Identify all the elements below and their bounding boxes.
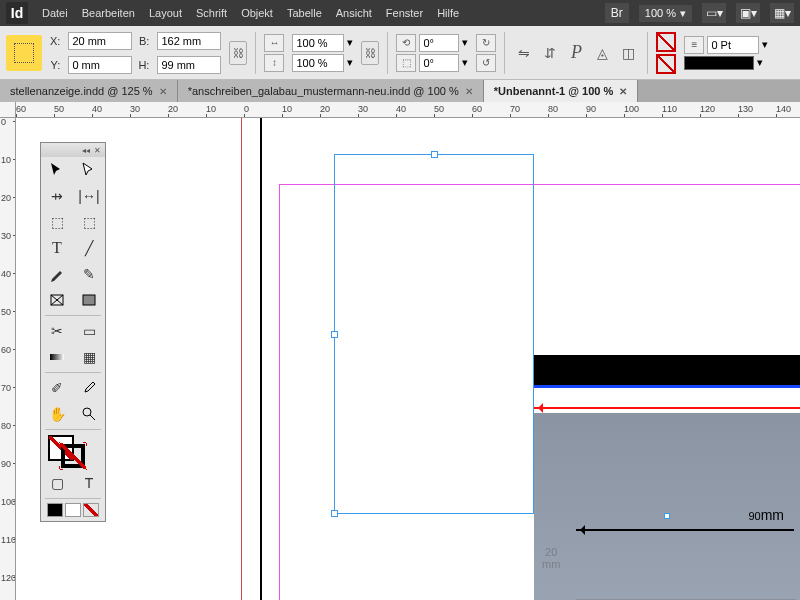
apply-none[interactable] (83, 503, 99, 517)
menu-schrift[interactable]: Schrift (196, 7, 227, 19)
gradient-feather-tool[interactable]: ▦ (73, 344, 105, 370)
screen-mode-icon[interactable]: ▣▾ (736, 3, 760, 23)
fill-none-icon[interactable] (656, 32, 676, 52)
constrain-scale-icon[interactable]: ⛓ (361, 41, 379, 65)
dimension-20: 20mm (542, 541, 560, 570)
menu-bearbeiten[interactable]: Bearbeiten (82, 7, 135, 19)
tab-label: *anschreiben_galabau_mustermann-neu.indd… (188, 85, 459, 97)
h-label: H: (138, 59, 151, 71)
stroke-weight-stepper[interactable]: ≡ (684, 36, 704, 54)
panel-header[interactable]: ◂◂✕ (41, 143, 105, 157)
hand-tool[interactable]: ✋ (41, 401, 73, 427)
w-input[interactable] (157, 32, 221, 50)
flip-v-icon[interactable]: ⇵ (539, 42, 561, 64)
menu-fenster[interactable]: Fenster (386, 7, 423, 19)
formatting-text-icon[interactable]: T (73, 470, 105, 496)
pen-tool[interactable] (41, 261, 73, 287)
formatting-container-icon[interactable]: ▢ (41, 470, 73, 496)
scissors-tool[interactable]: ✂ (41, 318, 73, 344)
handle-placed-right[interactable] (664, 513, 670, 519)
menu-datei[interactable]: Datei (42, 7, 68, 19)
gradient-swatch-tool[interactable] (41, 344, 73, 370)
x-label: X: (50, 35, 62, 47)
control-panel: X: B: Y: H: ⛓ ↔ ↕ ▾ ▾ ⛓ ⟲▾ ⬚▾ ↻ ↺ ⇋ ⇵ P … (0, 26, 800, 80)
flip-h-icon[interactable]: ⇋ (513, 42, 535, 64)
canvas[interactable]: 90mm 20mm ◂◂✕ ⇸ |↔| ⬚ ⬚ T ╱ ✎ ✂ (16, 118, 800, 600)
line-tool[interactable]: ╱ (73, 235, 105, 261)
shear-input[interactable] (419, 54, 459, 72)
pencil-tool[interactable]: ✎ (73, 261, 105, 287)
menu-objekt[interactable]: Objekt (241, 7, 273, 19)
select-container-icon[interactable]: ◬ (591, 42, 613, 64)
chevron-down-icon[interactable]: ▾ (462, 56, 468, 69)
ruler-vertical[interactable]: 0102030405060708090100110120 (0, 118, 16, 600)
rotate-ccw-icon[interactable]: ↺ (476, 54, 496, 72)
y-input[interactable] (68, 56, 132, 74)
selection-tool[interactable] (41, 157, 73, 183)
eyedropper-tool[interactable] (73, 375, 105, 401)
svg-rect-2 (50, 354, 64, 360)
apply-color[interactable] (47, 503, 63, 517)
rectangle-frame-tool[interactable] (41, 287, 73, 313)
close-icon[interactable]: ✕ (465, 86, 473, 97)
apply-gradient[interactable] (65, 503, 81, 517)
close-icon[interactable]: ✕ (159, 86, 167, 97)
scale-x-input[interactable] (292, 34, 344, 52)
handle-middle-left[interactable] (331, 331, 338, 338)
reference-point-selector[interactable] (6, 35, 42, 71)
stroke-none-icon[interactable] (656, 54, 676, 74)
content-collector-tool[interactable]: ⬚ (41, 209, 73, 235)
direct-selection-tool[interactable] (73, 157, 105, 183)
scale-y-input[interactable] (292, 54, 344, 72)
zoom-tool[interactable] (73, 401, 105, 427)
collapse-icon[interactable]: ◂◂ (82, 146, 90, 155)
placed-graphic[interactable]: 90mm 20mm (534, 355, 800, 600)
chevron-down-icon[interactable]: ▾ (762, 38, 768, 51)
zoom-level-dropdown[interactable]: 100 %▾ (639, 5, 692, 22)
constrain-wh-icon[interactable]: ⛓ (229, 41, 247, 65)
rotate-cw-icon[interactable]: ↻ (476, 34, 496, 52)
tab-label: *Unbenannt-1 @ 100 % (494, 85, 614, 97)
close-icon[interactable]: ✕ (94, 146, 101, 155)
menu-layout[interactable]: Layout (149, 7, 182, 19)
ruler-horizontal[interactable]: 6050403020100102030405060708090100110120… (16, 102, 800, 118)
stroke-style-dropdown[interactable] (684, 56, 754, 70)
chevron-down-icon[interactable]: ▾ (757, 56, 763, 69)
scale-x-icon: ↔ (264, 34, 284, 52)
menu-ansicht[interactable]: Ansicht (336, 7, 372, 19)
ruler-origin[interactable] (0, 102, 16, 118)
free-transform-tool[interactable]: ▭ (73, 318, 105, 344)
type-tool[interactable]: T (41, 235, 73, 261)
chevron-down-icon[interactable]: ▾ (462, 36, 468, 49)
content-placer-tool[interactable]: ⬚ (73, 209, 105, 235)
gap-tool[interactable]: |↔| (73, 183, 105, 209)
paragraph-style-icon[interactable]: P (565, 42, 587, 64)
close-icon[interactable]: ✕ (619, 86, 627, 97)
h-input[interactable] (157, 56, 221, 74)
rectangle-tool[interactable] (73, 287, 105, 313)
doc-tab-2[interactable]: *anschreiben_galabau_mustermann-neu.indd… (178, 80, 484, 102)
select-content-icon[interactable]: ◫ (617, 42, 639, 64)
handle-top-center[interactable] (431, 151, 438, 158)
selection-frame[interactable] (334, 154, 534, 514)
menu-hilfe[interactable]: Hilfe (437, 7, 459, 19)
chevron-down-icon[interactable]: ▾ (347, 36, 353, 49)
doc-tab-1[interactable]: stellenanzeige.indd @ 125 %✕ (0, 80, 178, 102)
note-tool[interactable]: ✐ (41, 375, 73, 401)
page-tool[interactable]: ⇸ (41, 183, 73, 209)
rotate-input[interactable] (419, 34, 459, 52)
arrange-docs-icon[interactable]: ▦▾ (770, 3, 794, 23)
menu-tabelle[interactable]: Tabelle (287, 7, 322, 19)
stroke-swatch[interactable] (61, 444, 85, 468)
x-input[interactable] (68, 32, 132, 50)
handle-bottom-left[interactable] (331, 510, 338, 517)
bridge-button[interactable]: Br (605, 3, 629, 23)
application-menubar: Id Datei Bearbeiten Layout Schrift Objek… (0, 0, 800, 26)
chevron-down-icon[interactable]: ▾ (347, 56, 353, 69)
apply-color-modes (41, 501, 105, 521)
view-options-icon[interactable]: ▭▾ (702, 3, 726, 23)
dimension-90: 90mm (748, 497, 784, 527)
doc-tab-3[interactable]: *Unbenannt-1 @ 100 %✕ (484, 80, 639, 102)
stroke-weight-input[interactable] (707, 36, 759, 54)
fill-stroke-swatch[interactable] (41, 432, 105, 470)
